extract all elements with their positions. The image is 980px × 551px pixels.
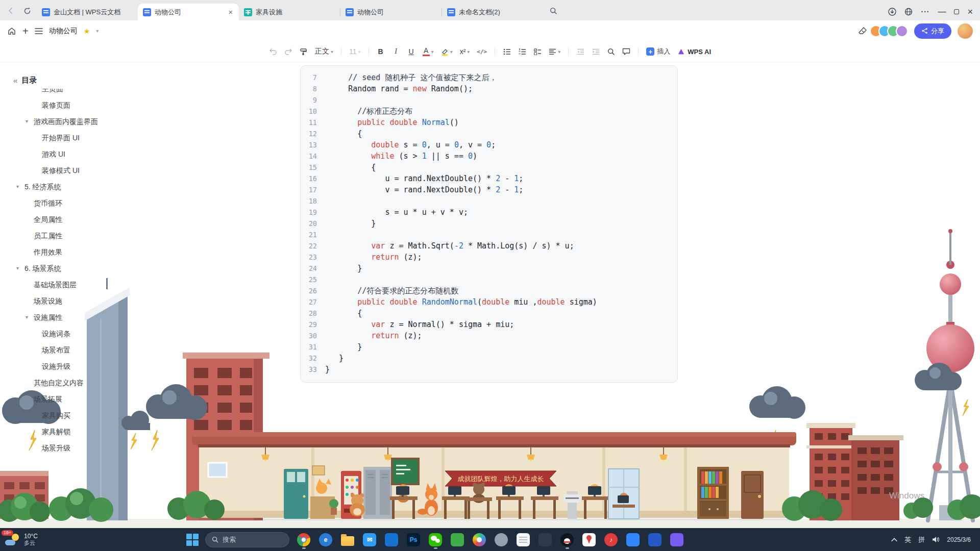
- insert-button[interactable]: + 插入: [643, 44, 673, 59]
- browser-tab[interactable]: 未命名文档(2): [442, 4, 543, 20]
- folder-icon[interactable]: [339, 530, 356, 550]
- toc-item[interactable]: ▾设施属性: [13, 309, 123, 325]
- new-tab-icon[interactable]: +: [22, 26, 29, 36]
- home-icon[interactable]: [7, 27, 16, 36]
- maximize-icon[interactable]: [954, 9, 959, 14]
- wechat-icon[interactable]: [427, 530, 444, 550]
- more-menu-icon[interactable]: ···: [921, 8, 929, 16]
- toc-item[interactable]: 游戏 UI: [13, 146, 123, 162]
- find-button[interactable]: [604, 44, 618, 59]
- toc-item[interactable]: 家具购买: [13, 407, 123, 423]
- toc-item[interactable]: ▾游戏画面内覆盖界面: [13, 113, 123, 130]
- font-size-dropdown[interactable]: 11▾: [346, 44, 364, 59]
- menu-icon[interactable]: [35, 28, 43, 35]
- code-block[interactable]: 7 // seed 随机种子 这个值被定下来之后，8 Random rand =…: [300, 65, 678, 383]
- hidden-icons-chevron[interactable]: [891, 538, 897, 542]
- italic-button[interactable]: I: [389, 44, 403, 59]
- redo-button[interactable]: [281, 44, 296, 59]
- notepad-icon[interactable]: [515, 530, 531, 550]
- underline-button[interactable]: U: [404, 44, 419, 59]
- bold-button[interactable]: B: [374, 44, 388, 59]
- toc-item[interactable]: 设施词条: [13, 325, 123, 342]
- ime-mode[interactable]: 拼: [918, 535, 925, 544]
- comment-button[interactable]: [619, 44, 633, 59]
- weather-widget[interactable]: 19+ 10°C 多云: [5, 533, 38, 547]
- browser-icon[interactable]: [471, 530, 487, 550]
- superscript-button[interactable]: x²▾: [457, 44, 473, 59]
- highlight-button[interactable]: ▾: [438, 44, 456, 59]
- code-line: 16 u = rand.NextDouble() * 2 - 1;: [301, 173, 677, 184]
- undo-button[interactable]: [266, 44, 280, 59]
- format-painter-icon[interactable]: [297, 44, 311, 59]
- code-format-button[interactable]: </>: [474, 44, 490, 59]
- browser-tab[interactable]: 动物公司: [340, 4, 442, 20]
- gray-app-icon[interactable]: [493, 530, 509, 550]
- volume-icon[interactable]: [932, 536, 940, 543]
- toc-item[interactable]: 全局属性: [13, 211, 123, 228]
- refresh-icon[interactable]: [20, 4, 34, 17]
- toc-item[interactable]: 货币循环: [13, 195, 123, 211]
- toc-item[interactable]: ▾5. 经济系统: [13, 179, 123, 195]
- edge-icon[interactable]: e: [317, 530, 334, 550]
- taskbar-search[interactable]: 搜索: [205, 532, 289, 547]
- toc-item[interactable]: 开始界面 UI: [13, 130, 123, 146]
- tab-search-icon[interactable]: [546, 4, 560, 18]
- outdent-button[interactable]: [573, 44, 587, 59]
- toc-item[interactable]: 员工属性: [13, 228, 123, 244]
- font-color-button[interactable]: A▾: [420, 44, 437, 59]
- collaborator-avatars[interactable]: [873, 25, 908, 37]
- globe-icon[interactable]: [904, 8, 913, 16]
- download-icon[interactable]: [888, 8, 896, 16]
- toc-item[interactable]: 家具解锁: [13, 423, 123, 440]
- toc-item[interactable]: 装修模式 UI: [13, 162, 123, 179]
- green-app-icon[interactable]: [449, 530, 465, 550]
- browser-tab[interactable]: 家具设施: [239, 4, 340, 20]
- map-icon[interactable]: [581, 530, 597, 550]
- chrome-icon[interactable]: [296, 530, 312, 550]
- taskbar-date[interactable]: 2025/3/6: [947, 536, 971, 543]
- browser-tab[interactable]: 动物公司×: [138, 4, 239, 20]
- close-icon[interactable]: ×: [967, 7, 973, 16]
- purple-app-icon[interactable]: [669, 530, 685, 550]
- toc-item[interactable]: ▾场景拓展: [13, 391, 123, 407]
- toc-item[interactable]: 装修页面: [13, 97, 123, 113]
- toc-item[interactable]: ▾6. 场景系统: [13, 260, 123, 277]
- toc-item[interactable]: 场景升级: [13, 440, 123, 456]
- alignment-button[interactable]: ▾: [546, 44, 564, 59]
- start-button[interactable]: [186, 533, 199, 546]
- toc-item[interactable]: 其他自定义内容: [13, 374, 123, 391]
- ime-language[interactable]: 英: [904, 535, 911, 544]
- checklist-button[interactable]: [530, 44, 545, 59]
- numbered-list-button[interactable]: [515, 44, 529, 59]
- toc-item[interactable]: 基础场景图层: [13, 277, 123, 293]
- paragraph-style-dropdown[interactable]: 正文▾: [312, 44, 336, 59]
- clean-format-icon[interactable]: [858, 27, 867, 36]
- collapse-toc-icon[interactable]: «: [13, 76, 17, 85]
- toc-item[interactable]: 场景设施: [13, 293, 123, 309]
- toc-item[interactable]: 主页面: [13, 89, 123, 97]
- bullet-list-button[interactable]: [500, 44, 514, 59]
- music-icon[interactable]: ♪: [603, 530, 619, 550]
- indent-button[interactable]: [589, 44, 603, 59]
- toc-item[interactable]: 作用效果: [13, 244, 123, 260]
- toc-item[interactable]: 场景布置: [13, 342, 123, 358]
- back-icon[interactable]: [4, 4, 17, 17]
- browser-tab[interactable]: 金山文档 | WPS云文档: [37, 4, 138, 20]
- lightning-icon: [963, 399, 969, 416]
- wps-ai-button[interactable]: WPS AI: [674, 44, 714, 59]
- photoshop-icon[interactable]: Ps: [405, 530, 422, 550]
- toc-item[interactable]: 设施升级: [13, 358, 123, 374]
- mail-icon[interactable]: ✉: [361, 530, 378, 550]
- share-button[interactable]: 分享: [914, 23, 951, 39]
- qq-icon[interactable]: [559, 530, 575, 550]
- chevron-down-icon[interactable]: ▾: [96, 28, 99, 34]
- blue-app-icon[interactable]: [647, 530, 663, 550]
- favorite-star-icon[interactable]: ★: [84, 27, 90, 35]
- cloud-disk-icon[interactable]: [625, 530, 641, 550]
- tab-close-icon[interactable]: ×: [227, 8, 234, 16]
- minimize-icon[interactable]: —: [938, 7, 946, 16]
- dark-app-icon[interactable]: [537, 530, 553, 550]
- profile-avatar[interactable]: [958, 23, 973, 39]
- microsoft-store-icon[interactable]: [383, 530, 400, 550]
- document-title[interactable]: 动物公司: [49, 27, 78, 36]
